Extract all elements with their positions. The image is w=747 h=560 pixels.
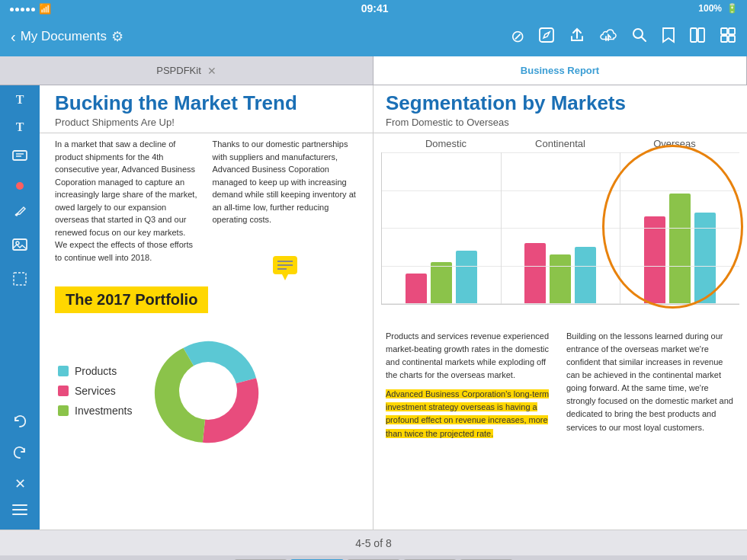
highlighted-text: Advanced Business Corporation's long-ter… <box>386 389 549 437</box>
legend-item-services: Services <box>58 385 132 397</box>
chart-group-domestic <box>382 251 501 304</box>
nav-title: My Documents <box>21 29 107 44</box>
share-icon[interactable] <box>569 27 585 47</box>
status-bar: 📶 09:41 100% 🔋 <box>0 0 747 17</box>
search-icon[interactable] <box>631 27 648 47</box>
chart-col-label-domestic: Domestic <box>389 138 503 149</box>
undo-icon[interactable] <box>11 413 28 434</box>
chart-col-label-overseas: Overseas <box>617 138 732 149</box>
svg-rect-0 <box>540 28 553 42</box>
status-right: 100% 🔋 <box>698 3 738 14</box>
text-tool-icon[interactable]: T <box>16 93 24 107</box>
bar-continental-blue <box>575 247 596 304</box>
toolbar-bottom: ✕ <box>11 413 28 530</box>
page-indicator: 4-5 of 8 <box>0 530 747 555</box>
svg-rect-8 <box>729 36 735 42</box>
bar-domestic-pink <box>406 274 427 304</box>
legend-label-products: Products <box>75 365 117 377</box>
legend-item-products: Products <box>58 365 132 377</box>
redo-icon[interactable] <box>11 444 28 465</box>
cloud-icon[interactable] <box>599 27 617 47</box>
bottom-para-2: Building on the lessons learned during o… <box>566 330 735 434</box>
svg-rect-4 <box>698 28 704 42</box>
svg-rect-14 <box>14 273 26 285</box>
selection-icon[interactable] <box>11 270 28 291</box>
bar-overseas-pink <box>644 216 665 304</box>
tab-bar: PSPDFKit ✕ Business Report <box>0 56 747 85</box>
bar-continental-green <box>550 254 571 304</box>
svg-line-2 <box>642 37 646 41</box>
bottom-para-highlighted: Advanced Business Corporation's long-ter… <box>386 388 554 440</box>
tab-label-left: PSPDFKit <box>156 65 201 76</box>
status-left: 📶 <box>9 3 51 14</box>
image-icon[interactable] <box>11 236 28 257</box>
right-doc-subtitle: From Domestic to Overseas <box>386 117 735 128</box>
chart-legend: Products Services Investments <box>58 365 132 417</box>
investments-color <box>58 405 69 416</box>
svg-rect-7 <box>721 36 727 42</box>
nav-left: ‹ My Documents ⚙ <box>11 28 123 46</box>
left-col-2: Thanks to our domestic partnerships with… <box>213 138 358 264</box>
donut-chart <box>147 330 269 452</box>
right-bottom-col-2: Building on the lessons learned during o… <box>566 330 735 440</box>
nav-bar: ‹ My Documents ⚙ ⊘ <box>0 17 747 56</box>
chart-group-continental <box>501 243 620 304</box>
tab-pspdfkit[interactable]: PSPDFKit ✕ <box>0 56 374 85</box>
nav-right: ⊘ <box>511 27 736 47</box>
bottom-para-1: Products and services revenue experience… <box>386 330 554 382</box>
gear-icon[interactable]: ⚙ <box>111 28 123 45</box>
left-doc-subtitle: Product Shipments Are Up! <box>55 117 357 128</box>
layout-icon[interactable] <box>689 27 706 47</box>
battery-icon: 🔋 <box>726 3 738 14</box>
legend-label-investments: Investments <box>75 405 132 417</box>
legend-item-investments: Investments <box>58 405 132 417</box>
doc-left: Bucking the Market Trend Product Shipmen… <box>40 85 374 530</box>
thumbnail-bar <box>0 555 747 560</box>
bar-overseas-blue <box>694 213 716 304</box>
status-time: 09:41 <box>361 2 389 14</box>
products-color <box>58 366 69 376</box>
svg-rect-9 <box>13 151 27 160</box>
comment-icon[interactable] <box>11 148 28 168</box>
right-doc-title: Segmentation by Markets <box>386 91 735 115</box>
pen-icon[interactable] <box>12 203 27 222</box>
portfolio-section: Products Services Investments <box>40 322 373 452</box>
main-content: T T <box>0 85 747 530</box>
chart-group-overseas <box>620 194 739 304</box>
left-col-1: In a market that saw a decline of produc… <box>55 138 200 264</box>
right-bottom: Products and services revenue experience… <box>374 321 747 449</box>
back-arrow-icon[interactable]: ‹ <box>11 28 16 46</box>
bar-overseas-green <box>669 194 691 304</box>
portfolio-title: The 2017 Portfolio <box>66 291 197 308</box>
bookmark-icon[interactable] <box>662 27 675 47</box>
left-col-2-text: Thanks to our domestic partnerships with… <box>213 138 358 226</box>
edit-icon[interactable]: ⊘ <box>511 27 524 46</box>
svg-rect-3 <box>691 28 697 42</box>
svg-point-22 <box>179 362 237 420</box>
text-tool-2-icon[interactable]: T <box>16 120 24 134</box>
signal-dots <box>9 3 36 14</box>
doc-right: Segmentation by Markets From Domestic to… <box>374 85 747 530</box>
services-color <box>58 386 69 396</box>
tab-business-report[interactable]: Business Report <box>374 56 747 85</box>
svg-rect-5 <box>721 28 727 34</box>
chart-col-label-continental: Continental <box>503 138 617 149</box>
page-number: 4-5 of 8 <box>355 537 391 549</box>
bar-domestic-green <box>431 262 452 304</box>
right-bottom-col-1: Products and services revenue experience… <box>386 330 554 440</box>
grid-icon[interactable] <box>720 27 736 47</box>
bar-domestic-blue <box>456 251 477 304</box>
battery-label: 100% <box>698 3 722 14</box>
tab-close-icon[interactable]: ✕ <box>207 65 216 77</box>
left-doc-title: Bucking the Market Trend <box>55 91 357 115</box>
svg-rect-6 <box>729 28 735 34</box>
menu-icon[interactable] <box>11 503 28 520</box>
left-toolbar: T T <box>0 85 40 530</box>
close-tool-icon[interactable]: ✕ <box>14 475 26 492</box>
annotation-dot <box>16 182 24 190</box>
legend-label-services: Services <box>75 385 116 397</box>
bar-continental-pink <box>524 243 546 304</box>
wifi-icon: 📶 <box>39 3 51 14</box>
edit-pencil-icon[interactable] <box>538 27 555 47</box>
left-col-1-text: In a market that saw a decline of produc… <box>55 138 200 264</box>
